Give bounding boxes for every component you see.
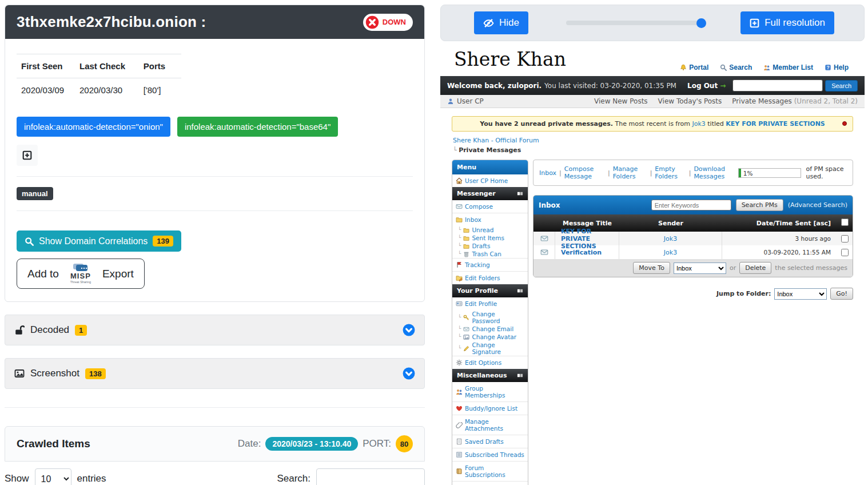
misp-export-button[interactable]: Add to MISP Threat Sharing Export xyxy=(17,259,145,289)
help-link[interactable]: Help xyxy=(825,63,849,71)
last-check-value: 2020/03/30 xyxy=(79,85,144,95)
menu-item-trash-can[interactable]: └Trash Can xyxy=(452,250,528,258)
col-last-check: Last Check xyxy=(79,61,144,71)
hide-button[interactable]: Hide xyxy=(474,11,528,34)
screenshot-section[interactable]: Screenshot 138 xyxy=(5,358,425,389)
decoded-section[interactable]: Decoded 1 xyxy=(5,315,425,345)
move-folder-select[interactable]: Inbox xyxy=(674,263,726,274)
search-icon xyxy=(720,64,727,71)
go-button[interactable]: Go! xyxy=(830,288,853,300)
menu-item-inbox[interactable]: Inbox xyxy=(452,213,528,226)
pm-empty-folders-link[interactable]: Empty Folders xyxy=(655,165,686,180)
search-pms-button[interactable]: Search PMs xyxy=(736,199,783,211)
pm-title-link[interactable]: KEY FOR PRIVATE SECTIONS xyxy=(555,232,619,245)
menu-item-edit-options[interactable]: Edit Options xyxy=(452,356,528,369)
pm-date: 03-09-2020, 11:55 AM xyxy=(722,245,837,259)
menu-item-edit-profile[interactable]: Edit Profile xyxy=(452,297,528,310)
menu-item-saved-drafts[interactable]: Saved Drafts xyxy=(452,435,528,448)
menu-item-manage-attachments[interactable]: Manage Attachments xyxy=(452,415,528,435)
menu-item-subscribed-threads[interactable]: Subscribed Threads xyxy=(452,448,528,461)
user-cp-link[interactable]: User CP xyxy=(447,97,484,105)
ports-value: ['80'] xyxy=(144,85,177,95)
full-resolution-button[interactable]: Full resolution xyxy=(740,11,834,34)
menu-section-messenger[interactable]: Messenger xyxy=(452,187,528,200)
pm-manage-folders-link[interactable]: Manage Folders xyxy=(613,165,647,180)
domain-card: 3thxemke2x7hcibu.onion : DOWN First Seen… xyxy=(5,5,425,302)
port-badge[interactable]: 80 xyxy=(396,435,413,452)
advanced-search-link[interactable]: (Advanced Search) xyxy=(788,201,847,209)
pm-select-checkbox[interactable] xyxy=(841,235,849,242)
member-list-link[interactable]: Member List xyxy=(763,63,813,71)
pm-compose-link[interactable]: Compose Message xyxy=(564,165,605,180)
menu-item-compose[interactable]: Compose xyxy=(452,200,528,213)
selected-messages-label: the selected messages xyxy=(775,264,847,272)
menu-item-sent-items[interactable]: └Sent Items xyxy=(452,234,528,242)
tag-infoleak-onion[interactable]: infoleak:automatic-detection="onion" xyxy=(17,117,170,137)
pm-download-messages-link[interactable]: Download Messages xyxy=(694,165,738,180)
menu-item-change-email[interactable]: └Change Email xyxy=(452,325,528,333)
notice-subject-link[interactable]: KEY FOR PRIVATE SECTIONS xyxy=(726,120,825,128)
forum-search-button[interactable]: Search xyxy=(825,80,858,92)
slider-thumb[interactable] xyxy=(696,18,706,28)
breadcrumb-root-link[interactable]: Shere Khan - Official Forum xyxy=(453,137,539,144)
pm-keywords-input[interactable] xyxy=(651,200,731,210)
menu-section-your-profile[interactable]: Your Profile xyxy=(452,284,528,297)
forum-nav-bar: User CP View New Posts View Today's Post… xyxy=(440,95,865,108)
chevron-down-icon[interactable] xyxy=(403,324,415,336)
pm-date: 3 hours ago xyxy=(722,232,837,245)
misp-logo-icon: MISP Threat Sharing xyxy=(65,264,97,284)
col-date-time-sent[interactable]: Date/Time Sent [asc] xyxy=(722,220,837,227)
manual-tag-badge[interactable]: manual xyxy=(17,187,53,200)
menu-item-unread[interactable]: └Unread xyxy=(452,226,528,234)
menu-item-edit-folders[interactable]: Edit Folders xyxy=(452,271,528,284)
forum-search-input[interactable] xyxy=(732,79,823,92)
collapse-toggle-icon[interactable] xyxy=(517,372,523,379)
notice-text: The most recent is from xyxy=(615,120,690,128)
screenshot-label: Screenshot xyxy=(30,368,79,379)
pm-inbox-link[interactable]: Inbox xyxy=(539,169,556,177)
delete-button[interactable]: Delete xyxy=(739,262,771,274)
pm-select-checkbox[interactable] xyxy=(841,249,849,256)
menu-item-tracking[interactable]: Tracking xyxy=(452,258,528,271)
domain-info-table: First Seen Last Check Ports 2020/03/09 2… xyxy=(17,54,181,102)
zoom-slider[interactable] xyxy=(566,18,706,27)
search-link[interactable]: Search xyxy=(720,63,752,71)
collapse-toggle-icon[interactable] xyxy=(517,190,523,197)
slider-track[interactable] xyxy=(566,21,706,25)
pm-title-link[interactable]: Verification xyxy=(555,245,619,259)
notice-sender-link[interactable]: Jok3 xyxy=(692,120,705,128)
page-size-select[interactable]: 10 xyxy=(35,468,71,485)
menu-item-view-profile[interactable]: View Profile xyxy=(452,481,528,485)
move-to-button[interactable]: Move To xyxy=(633,262,670,274)
menu-item-drafts[interactable]: └Drafts xyxy=(452,242,528,250)
menu-section-miscellaneous[interactable]: Miscellaneous xyxy=(452,369,528,382)
table-search-input[interactable] xyxy=(316,468,425,485)
chevron-down-icon[interactable] xyxy=(403,367,415,380)
show-domain-correlations-button[interactable]: Show Domain Correlations 139 xyxy=(17,230,181,252)
portal-link[interactable]: Portal xyxy=(680,63,708,71)
menu-item-change-signature[interactable]: └Change Signature xyxy=(452,341,528,356)
jump-folder-select[interactable]: Inbox xyxy=(774,288,827,300)
collapse-toggle-icon[interactable] xyxy=(517,288,523,294)
notice-indicator-icon[interactable] xyxy=(842,121,847,126)
crawl-date-badge[interactable]: 2020/03/23 - 13:10.40 xyxy=(265,437,358,451)
table-controls: Show 10 entries Search: xyxy=(5,468,425,485)
add-tag-button[interactable] xyxy=(17,145,38,166)
menu-item-user-cp-home[interactable]: User CP Home xyxy=(452,174,528,187)
menu-item-group-memberships[interactable]: Group Memberships xyxy=(452,382,528,401)
menu-item-change-password[interactable]: └Change Password xyxy=(452,310,528,325)
view-todays-posts-link[interactable]: View Today's Posts xyxy=(658,97,722,105)
private-messages-link[interactable]: Private Messages (Unread 2, Total 2) xyxy=(732,97,858,105)
col-sender[interactable]: Sender xyxy=(619,220,722,227)
tag-infoleak-base64[interactable]: infoleak:automatic-detection="base64" xyxy=(177,117,338,137)
pm-sender-link[interactable]: Jok3 xyxy=(619,232,722,245)
view-new-posts-link[interactable]: View New Posts xyxy=(594,97,648,105)
pm-sender-link[interactable]: Jok3 xyxy=(619,245,722,259)
folder-edit-icon xyxy=(456,275,463,281)
menu-item-change-avatar[interactable]: └Change Avatar xyxy=(452,333,528,341)
col-message-title[interactable]: Message Title xyxy=(555,220,619,227)
logout-link[interactable]: Log Out → xyxy=(687,82,726,90)
select-all-checkbox[interactable] xyxy=(841,218,849,226)
menu-item-buddy-ignore-list[interactable]: Buddy/Ignore List xyxy=(452,401,528,415)
menu-item-forum-subscriptions[interactable]: Forum Subscriptions xyxy=(452,461,528,481)
